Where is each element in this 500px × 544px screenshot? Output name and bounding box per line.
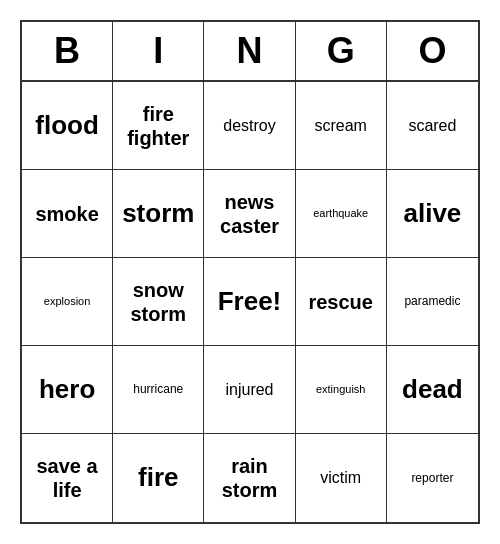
cell-text-14: paramedic (404, 294, 460, 308)
cell-text-9: alive (403, 198, 461, 229)
bingo-card: BINGO floodfirefighterdestroyscreamscare… (20, 20, 480, 524)
bingo-cell-11[interactable]: snowstorm (113, 258, 204, 346)
cell-text-22: rainstorm (222, 454, 278, 502)
bingo-cell-13[interactable]: rescue (296, 258, 387, 346)
bingo-cell-18[interactable]: extinguish (296, 346, 387, 434)
header-letter-g: G (296, 22, 387, 80)
cell-text-16: hurricane (133, 382, 183, 396)
cell-text-21: fire (138, 462, 178, 493)
cell-text-12: Free! (218, 286, 282, 317)
bingo-cell-8[interactable]: earthquake (296, 170, 387, 258)
header-letter-b: B (22, 22, 113, 80)
cell-text-23: victim (320, 468, 361, 487)
bingo-cell-12[interactable]: Free! (204, 258, 295, 346)
bingo-cell-22[interactable]: rainstorm (204, 434, 295, 522)
bingo-cell-24[interactable]: reporter (387, 434, 478, 522)
cell-text-11: snowstorm (131, 278, 187, 326)
header-letter-i: I (113, 22, 204, 80)
header-letter-n: N (204, 22, 295, 80)
bingo-cell-17[interactable]: injured (204, 346, 295, 434)
cell-text-6: storm (122, 198, 194, 229)
bingo-cell-5[interactable]: smoke (22, 170, 113, 258)
cell-text-15: hero (39, 374, 95, 405)
bingo-cell-20[interactable]: save alife (22, 434, 113, 522)
cell-text-13: rescue (308, 290, 373, 314)
cell-text-18: extinguish (316, 383, 366, 396)
bingo-cell-0[interactable]: flood (22, 82, 113, 170)
bingo-cell-1[interactable]: firefighter (113, 82, 204, 170)
cell-text-17: injured (225, 380, 273, 399)
bingo-cell-3[interactable]: scream (296, 82, 387, 170)
cell-text-10: explosion (44, 295, 90, 308)
bingo-cell-7[interactable]: newscaster (204, 170, 295, 258)
cell-text-5: smoke (35, 202, 98, 226)
cell-text-4: scared (408, 116, 456, 135)
cell-text-7: newscaster (220, 190, 279, 238)
cell-text-3: scream (314, 116, 366, 135)
cell-text-19: dead (402, 374, 463, 405)
bingo-cell-23[interactable]: victim (296, 434, 387, 522)
bingo-grid: floodfirefighterdestroyscreamscaredsmoke… (22, 82, 478, 522)
cell-text-24: reporter (411, 471, 453, 485)
bingo-cell-2[interactable]: destroy (204, 82, 295, 170)
bingo-cell-9[interactable]: alive (387, 170, 478, 258)
bingo-cell-21[interactable]: fire (113, 434, 204, 522)
bingo-cell-4[interactable]: scared (387, 82, 478, 170)
bingo-cell-16[interactable]: hurricane (113, 346, 204, 434)
bingo-header: BINGO (22, 22, 478, 82)
header-letter-o: O (387, 22, 478, 80)
cell-text-1: firefighter (127, 102, 189, 150)
cell-text-0: flood (35, 110, 99, 141)
bingo-cell-14[interactable]: paramedic (387, 258, 478, 346)
bingo-cell-19[interactable]: dead (387, 346, 478, 434)
bingo-cell-6[interactable]: storm (113, 170, 204, 258)
bingo-cell-15[interactable]: hero (22, 346, 113, 434)
bingo-cell-10[interactable]: explosion (22, 258, 113, 346)
cell-text-20: save alife (37, 454, 98, 502)
cell-text-2: destroy (223, 116, 275, 135)
cell-text-8: earthquake (313, 207, 368, 220)
